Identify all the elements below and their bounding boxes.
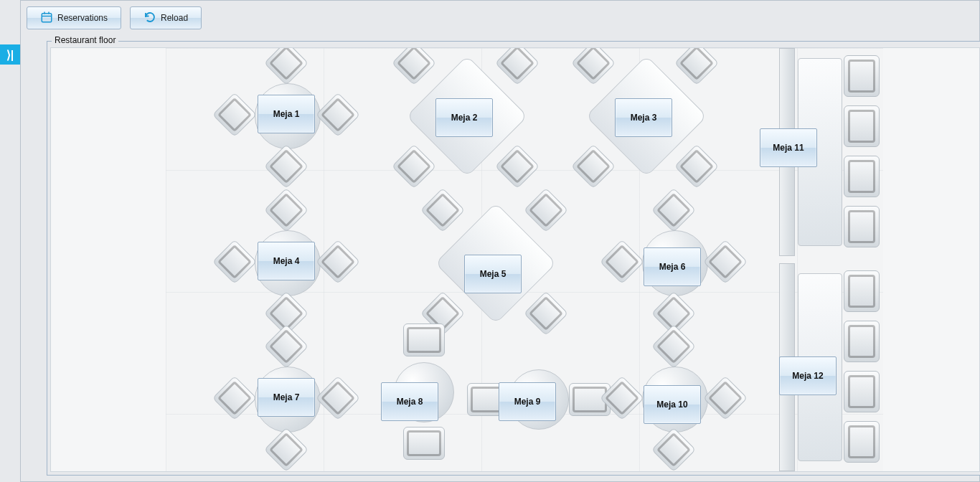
- toolbar: Reservations Reload: [21, 1, 979, 32]
- reload-icon: [143, 11, 156, 26]
- calendar-icon: [40, 11, 53, 26]
- table-button-10[interactable]: Meja 10: [644, 385, 701, 424]
- table-button-8[interactable]: Meja 8: [381, 382, 438, 421]
- sidebar-expand-tab[interactable]: ⟩|: [0, 44, 20, 65]
- table-button-11[interactable]: Meja 11: [760, 128, 817, 167]
- reload-button-label: Reload: [161, 13, 188, 23]
- chevron-right-icon: ⟩|: [6, 48, 14, 62]
- reservations-button-label: Reservations: [57, 13, 108, 23]
- reload-button[interactable]: Reload: [130, 6, 202, 29]
- table-button-7[interactable]: Meja 7: [258, 378, 315, 417]
- floor-plan: Meja 1 Meja 2 Meja 3 Meja 4 Meja 5 Meja …: [166, 48, 883, 471]
- table-button-6[interactable]: Meja 6: [644, 247, 701, 286]
- panel-title: Restaurant floor: [52, 35, 118, 45]
- svg-rect-0: [42, 13, 52, 22]
- table-button-5[interactable]: Meja 5: [464, 255, 522, 293]
- table-button-3[interactable]: Meja 3: [615, 98, 672, 137]
- floor-viewport[interactable]: Meja 1 Meja 2 Meja 3 Meja 4 Meja 5 Meja …: [50, 47, 980, 472]
- reservations-button[interactable]: Reservations: [27, 6, 121, 29]
- table-button-12[interactable]: Meja 12: [779, 356, 837, 395]
- table-button-9[interactable]: Meja 9: [499, 382, 556, 421]
- main-panel: Reservations Reload Restaurant floor Mej…: [20, 0, 980, 482]
- table-button-2[interactable]: Meja 2: [435, 98, 493, 137]
- table-button-1[interactable]: Meja 1: [258, 95, 315, 133]
- table-button-4[interactable]: Meja 4: [258, 242, 315, 280]
- restaurant-floor-panel: Restaurant floor Meja 1 Meja 2 Meja 3 Me…: [47, 41, 980, 476]
